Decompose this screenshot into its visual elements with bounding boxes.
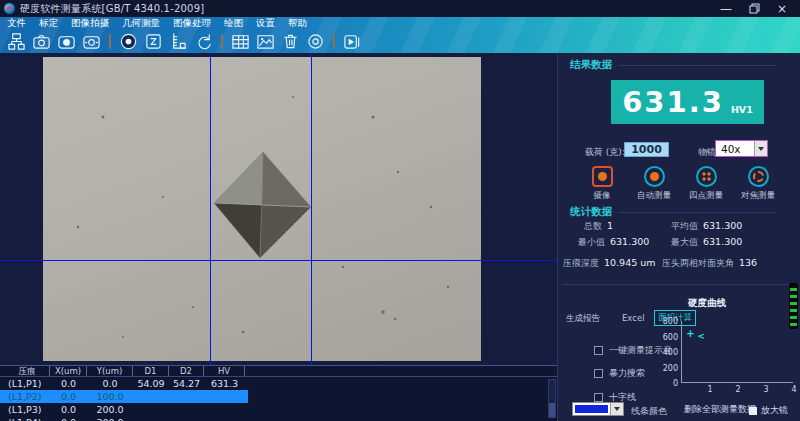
right-panel: 结果数据 631.3 HV1 载荷 (克): 物镜: 40x 摄像自动测量四点测… — [557, 53, 800, 421]
grid-icon[interactable] — [228, 31, 253, 52]
icon-core — [753, 171, 764, 182]
undo-icon[interactable] — [191, 31, 216, 52]
menu-item-4[interactable]: 图像处理 — [173, 17, 211, 30]
color-swatch — [575, 405, 608, 413]
table-body: (L1,P1)0.00.054.0954.27631.3(L1,P2)0.010… — [0, 377, 557, 421]
measure-button-1[interactable]: 自动测量 — [628, 166, 680, 202]
checkbox[interactable] — [594, 369, 603, 378]
app-window: 硬度软件测量系统[GB/T 4340.1-2009] — × 文件标定图像拍摄几… — [0, 0, 800, 421]
tab-0[interactable]: 生成报告 — [566, 313, 600, 325]
crosshair-vertical-left[interactable] — [210, 53, 211, 365]
focus-measure-icon — [748, 166, 769, 187]
checkbox-row-0[interactable]: 一键测量提示音 — [594, 344, 672, 357]
checkbox-label: 一键测量提示音 — [609, 344, 672, 357]
minimize-button[interactable]: — — [712, 1, 740, 16]
column-header-2: Y(um) — [87, 366, 133, 376]
delete-all-button[interactable]: 删除全部测量数据 — [684, 403, 756, 416]
restore-icon — [749, 3, 760, 14]
measure-button-3[interactable]: 对焦测量 — [732, 166, 784, 202]
load-label: 载荷 (克): — [585, 146, 625, 159]
table-cell: 0.0 — [50, 391, 87, 402]
x-axis-tick: 2 — [735, 385, 740, 394]
magnifier-toggle[interactable]: 放大镜 — [749, 404, 788, 417]
x-axis-tick: 3 — [763, 385, 768, 394]
vickers-indentation — [43, 57, 481, 361]
magnifier-label: 放大镜 — [761, 404, 788, 417]
capture-icon[interactable] — [54, 31, 79, 52]
checkbox[interactable] — [594, 346, 603, 355]
caliper-icon[interactable] — [166, 31, 191, 52]
stat-value: 136 — [739, 257, 757, 270]
table-row-3[interactable]: (L1,P4)0.0300.0 — [0, 416, 248, 421]
dropdown-arrow-icon[interactable] — [610, 403, 623, 415]
x-axis-tick: 4 — [791, 385, 796, 394]
measure-button-2[interactable]: 四点测量 — [680, 166, 732, 202]
icon-core — [598, 172, 607, 181]
image-icon[interactable] — [253, 31, 278, 52]
scheme-icon[interactable] — [4, 31, 29, 52]
edit-icon[interactable] — [141, 31, 166, 52]
menu-item-5[interactable]: 绘图 — [224, 17, 243, 30]
table-row-1[interactable]: (L1,P2)0.0100.0 — [0, 390, 248, 403]
menu-item-6[interactable]: 设置 — [256, 17, 275, 30]
restore-button[interactable] — [740, 1, 768, 16]
objective-select[interactable]: 40x — [715, 140, 768, 157]
data-point: + — [686, 329, 694, 339]
crosshair-horizontal[interactable] — [0, 260, 557, 261]
crosshair-vertical-right[interactable] — [311, 53, 312, 365]
measure-button-label: 对焦测量 — [741, 190, 775, 202]
toolbar-separator — [221, 34, 223, 49]
toolbar-separator — [109, 34, 111, 49]
checkbox-row-1[interactable]: 暴力搜索 — [594, 367, 645, 380]
image-viewer[interactable] — [0, 53, 557, 365]
stat-label: 最大值 — [671, 236, 698, 249]
y-axis-tick: 200 — [663, 363, 678, 372]
y-axis-tick: 0 — [673, 379, 678, 388]
table-cell: 200.0 — [87, 404, 133, 415]
divider — [619, 65, 777, 66]
measurement-table: 压痕X(um)Y(um)D1D2HV (L1,P1)0.00.054.0954.… — [0, 365, 557, 421]
column-header-3: D1 — [133, 366, 169, 376]
camera-icon[interactable] — [29, 31, 54, 52]
table-cell: 631.3 — [204, 378, 245, 389]
load-input[interactable] — [624, 142, 669, 157]
hardness-chart: 02004006008001234+< — [681, 321, 793, 383]
stat-value: 631.300 — [610, 236, 649, 249]
checkbox[interactable] — [594, 393, 603, 402]
stat-item-4: 压痕深度10.945 um — [563, 257, 656, 270]
menu-item-1[interactable]: 标定 — [39, 17, 58, 30]
magnifier-checkbox[interactable] — [749, 407, 757, 415]
microscope-image — [43, 57, 481, 361]
measure-button-0[interactable]: 摄像 — [576, 166, 628, 202]
camera-icon — [592, 166, 613, 187]
table-cell: (L1,P3) — [5, 404, 50, 415]
table-scrollbar[interactable] — [548, 379, 556, 418]
tab-1[interactable]: Excel — [622, 313, 645, 323]
table-row-0[interactable]: (L1,P1)0.00.054.0954.27631.3 — [0, 377, 248, 390]
x-axis-tick: 1 — [707, 385, 712, 394]
close-button[interactable]: × — [768, 1, 796, 16]
table-cell: 54.27 — [169, 378, 204, 389]
export-icon[interactable] — [340, 31, 365, 52]
menu-item-0[interactable]: 文件 — [7, 17, 26, 30]
trash-icon[interactable] — [278, 31, 303, 52]
measure-button-label: 摄像 — [594, 190, 611, 202]
scrollbar-thumb[interactable] — [549, 403, 555, 417]
record-icon[interactable] — [303, 31, 328, 52]
table-row-2[interactable]: (L1,P3)0.0200.0 — [0, 403, 248, 416]
line-color-label: 线条颜色 — [631, 405, 667, 418]
stat-label: 压头两相对面夹角 — [662, 257, 734, 270]
menu-item-7[interactable]: 帮助 — [288, 17, 307, 30]
divider — [619, 212, 777, 213]
menu-item-2[interactable]: 图像拍摄 — [71, 17, 109, 30]
objective-value: 40x — [716, 143, 741, 155]
dropdown-arrow-icon[interactable] — [754, 141, 767, 156]
stat-item-1: 平均值631.300 — [671, 220, 742, 233]
window-title: 硬度软件测量系统[GB/T 4340.1-2009] — [20, 2, 204, 16]
toolbar-separator — [333, 34, 335, 49]
camera-settings-icon[interactable] — [79, 31, 104, 52]
line-color-select[interactable] — [572, 402, 624, 416]
menu-item-3[interactable]: 几何测量 — [122, 17, 160, 30]
top-band: 文件标定图像拍摄几何测量图像处理绘图设置帮助 — [0, 17, 800, 53]
target-icon[interactable] — [116, 31, 141, 52]
